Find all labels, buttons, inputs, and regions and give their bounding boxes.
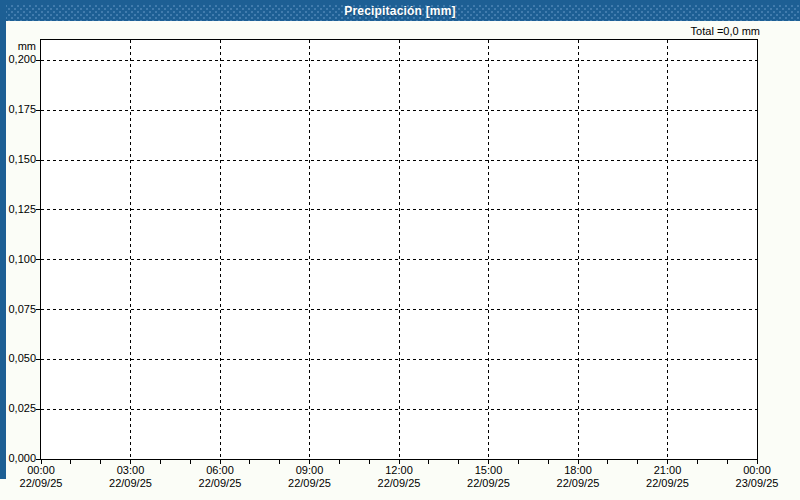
total-label: Total =0,0 mm: [500, 25, 760, 37]
x-axis-tick: [369, 460, 370, 464]
y-axis-tick: [36, 309, 40, 310]
x-axis-tick: [488, 460, 489, 464]
x-tick-date: 23/09/25: [715, 477, 799, 490]
x-grid-line: [488, 40, 489, 459]
x-tick-label: 03:0022/09/25: [89, 464, 173, 490]
x-axis-tick: [607, 460, 608, 464]
x-tick-label: 21:0022/09/25: [626, 464, 710, 490]
chart-title: Precipitación [mm]: [344, 4, 456, 18]
x-tick-label: 12:0022/09/25: [357, 464, 441, 490]
x-axis-tick: [220, 460, 221, 464]
x-axis-tick: [309, 460, 310, 464]
y-axis-tick: [36, 209, 40, 210]
x-grid-line: [399, 40, 400, 459]
y-axis-tick: [36, 160, 40, 161]
x-axis-tick: [100, 460, 101, 464]
y-axis-tick: [36, 409, 40, 410]
y-axis-unit-label: mm: [0, 40, 36, 52]
frame-border-bottom: [0, 0, 800, 5]
frame-border-right: [0, 0, 6, 479]
x-axis-tick: [727, 460, 728, 464]
x-tick-label: 09:0022/09/25: [268, 464, 352, 490]
x-tick-date: 22/09/25: [536, 477, 620, 490]
y-axis-tick: [36, 359, 40, 360]
x-axis-tick: [399, 460, 400, 464]
x-tick-time: 18:00: [536, 464, 620, 477]
plot-area: [40, 39, 758, 460]
x-grid-line: [220, 40, 221, 459]
x-axis-tick: [279, 460, 280, 464]
y-axis-tick: [36, 459, 40, 460]
x-grid-line: [667, 40, 668, 459]
x-axis-tick: [757, 460, 758, 464]
x-tick-time: 15:00: [447, 464, 531, 477]
x-axis-tick: [578, 460, 579, 464]
x-grid-line: [130, 40, 131, 459]
x-tick-time: 06:00: [178, 464, 262, 477]
x-tick-time: 12:00: [357, 464, 441, 477]
x-tick-time: 09:00: [268, 464, 352, 477]
x-axis-tick: [130, 460, 131, 464]
x-tick-time: 00:00: [715, 464, 799, 477]
x-tick-label: 15:0022/09/25: [447, 464, 531, 490]
x-tick-time: 21:00: [626, 464, 710, 477]
x-tick-date: 22/09/25: [447, 477, 531, 490]
x-tick-date: 22/09/25: [178, 477, 262, 490]
x-axis-tick: [667, 460, 668, 464]
x-tick-time: 00:00: [0, 464, 83, 477]
x-tick-label: 18:0022/09/25: [536, 464, 620, 490]
x-axis-tick: [70, 460, 71, 464]
x-tick-date: 22/09/25: [268, 477, 352, 490]
x-axis-tick: [548, 460, 549, 464]
x-axis-tick: [428, 460, 429, 464]
y-axis-tick: [36, 110, 40, 111]
x-axis-tick: [458, 460, 459, 464]
x-axis-tick: [249, 460, 250, 464]
x-grid-line: [578, 40, 579, 459]
x-axis-tick: [190, 460, 191, 464]
x-axis-tick: [697, 460, 698, 464]
x-tick-label: 06:0022/09/25: [178, 464, 262, 490]
x-grid-line: [309, 40, 310, 459]
x-tick-date: 22/09/25: [89, 477, 173, 490]
x-tick-time: 03:00: [89, 464, 173, 477]
x-axis-tick: [160, 460, 161, 464]
x-axis-tick: [637, 460, 638, 464]
x-tick-label: 00:0022/09/25: [0, 464, 83, 490]
precipitation-chart-window: Precipitación [mm] Total =0,0 mm mm 0,20…: [0, 0, 800, 500]
x-axis-tick: [518, 460, 519, 464]
x-axis-tick: [41, 460, 42, 464]
x-axis-tick: [339, 460, 340, 464]
x-tick-date: 22/09/25: [357, 477, 441, 490]
x-tick-date: 22/09/25: [0, 477, 83, 490]
x-tick-date: 22/09/25: [626, 477, 710, 490]
x-tick-label: 00:0023/09/25: [715, 464, 799, 490]
y-axis-tick: [36, 259, 40, 260]
y-axis-tick: [36, 60, 40, 61]
